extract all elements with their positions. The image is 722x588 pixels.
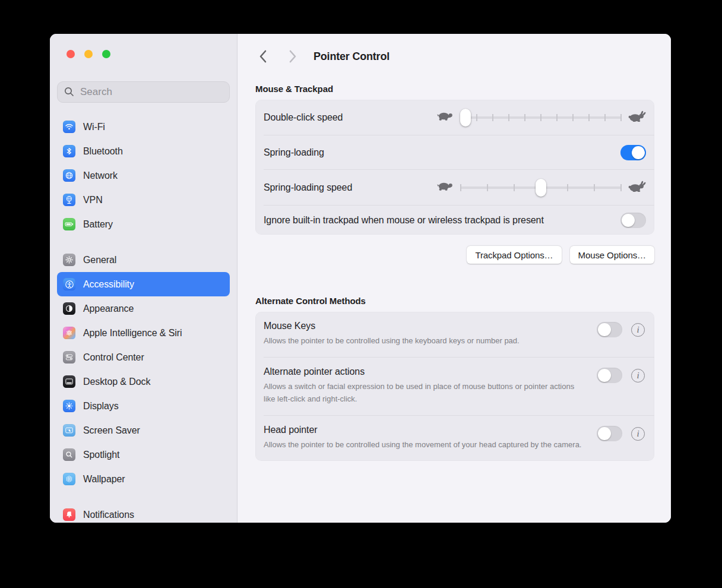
trackpad-options-button[interactable]: Trackpad Options… [467,246,561,264]
sidebar: Wi-Fi Bluetooth Network [50,34,238,523]
page-title: Pointer Control [314,50,390,63]
sidebar-item-spotlight[interactable]: Spotlight [57,442,230,467]
sidebar-item-wifi[interactable]: Wi-Fi [57,115,230,139]
section-title-alternate-control: Alternate Control Methods [255,296,654,306]
main-pane: Pointer Control Mouse & Trackpad Double-… [238,34,671,523]
head-pointer-toggle[interactable] [597,426,622,441]
sidebar-group-gap [57,236,230,248]
sidebar-item-apple-intelligence-siri[interactable]: Apple Intelligence & Siri [57,321,230,345]
sidebar-item-label: Apple Intelligence & Siri [83,328,182,339]
minimize-button[interactable] [84,50,93,58]
window-controls [50,34,237,58]
alternate-pointer-actions-row: Alternate pointer actions Allows a switc… [255,358,654,415]
sidebar-item-label: Spotlight [83,450,119,460]
sidebar-item-displays[interactable]: Displays [57,394,230,418]
ignore-builtin-trackpad-label: Ignore built-in trackpad when mouse or w… [264,206,544,235]
toggle-knob [632,146,645,159]
search-input[interactable] [57,81,230,103]
search-icon [64,86,75,100]
sidebar-item-label: Wallpaper [83,474,125,485]
slider-thumb[interactable] [536,179,546,197]
sidebar-item-label: Appearance [83,304,134,314]
sidebar-item-label: VPN [83,195,103,206]
mouse-options-button[interactable]: Mouse Options… [570,246,654,264]
globe-icon [63,169,75,182]
double-click-speed-controls [436,109,646,127]
mouse-keys-controls: i [597,322,645,337]
sidebar-item-battery[interactable]: Battery [57,212,230,236]
head-pointer-row: Head pointer Allows the pointer to be co… [255,416,654,461]
sidebar-item-label: Notifications [83,510,134,520]
spring-loading-speed-controls [436,179,646,197]
mouse-keys-description: Allows the pointer to be controlled usin… [264,334,520,347]
sidebar-item-accessibility[interactable]: Accessibility [57,272,230,296]
sidebar-item-general[interactable]: General [57,248,230,272]
system-settings-window: Wi-Fi Bluetooth Network [50,34,671,523]
sidebar-group-gap [57,491,230,502]
desktop-dock-icon [63,375,75,388]
zoom-button[interactable] [102,50,110,58]
search-field-wrap [57,81,230,103]
head-pointer-label: Head pointer [264,425,581,435]
turtle-slow-icon [436,110,455,125]
mouse-keys-label: Mouse Keys [264,321,520,331]
sidebar-item-notifications[interactable]: Notifications [57,502,230,523]
slider-thumb[interactable] [460,109,471,127]
sidebar-item-label: Screen Saver [83,425,140,436]
alternate-pointer-actions-texts: Alternate pointer actions Allows a switc… [264,366,584,405]
info-icon[interactable]: i [631,427,645,441]
wifi-icon [63,121,75,133]
forward-button[interactable] [286,49,300,64]
sidebar-item-vpn[interactable]: VPN [57,188,230,212]
alternate-pointer-actions-toggle[interactable] [597,368,622,383]
close-button[interactable] [66,50,75,58]
sidebar-item-label: Control Center [83,352,144,363]
head-pointer-description: Allows the pointer to be controlled usin… [264,438,581,451]
sidebar-item-bluetooth[interactable]: Bluetooth [57,139,230,163]
spring-loading-label: Spring-loading [264,147,324,158]
sidebar-item-label: General [83,255,116,265]
section-title-mouse-trackpad: Mouse & Trackpad [255,84,654,94]
desktop-background: Wi-Fi Bluetooth Network [0,0,722,588]
alternate-pointer-actions-controls: i [597,368,645,383]
alternate-pointer-actions-label: Alternate pointer actions [264,366,584,377]
toggle-knob [598,427,611,440]
sidebar-item-label: Battery [83,219,113,230]
spring-loading-row: Spring-loading [255,135,654,169]
sidebar-nav: Wi-Fi Bluetooth Network [50,111,237,523]
info-icon[interactable]: i [631,369,645,382]
control-center-icon [63,351,75,363]
accessibility-icon [63,278,75,290]
sidebar-item-network[interactable]: Network [57,163,230,188]
alternate-control-card: Mouse Keys Allows the pointer to be cont… [255,312,654,461]
sidebar-item-screen-saver[interactable]: Screen Saver [57,418,230,442]
rabbit-fast-icon [628,180,646,195]
vpn-globe-icon [63,194,75,206]
ignore-builtin-trackpad-toggle[interactable] [620,213,646,228]
magnifier-icon [63,448,75,461]
sidebar-item-control-center[interactable]: Control Center [57,345,230,369]
sidebar-item-wallpaper[interactable]: Wallpaper [57,467,230,491]
rabbit-fast-icon [628,110,646,125]
alternate-pointer-actions-description: Allows a switch or facial expression to … [264,380,584,405]
toggle-knob [598,369,611,382]
back-button[interactable] [255,49,270,64]
mouse-keys-toggle[interactable] [597,322,622,337]
bluetooth-icon [63,145,75,157]
spring-loading-speed-slider[interactable] [460,179,622,197]
navigation-header: Pointer Control [255,49,654,64]
sidebar-item-label: Wi-Fi [83,122,105,132]
sidebar-item-label: Accessibility [83,279,134,290]
toggle-knob [598,323,611,336]
info-icon[interactable]: i [631,323,645,337]
spring-loading-speed-label: Spring-loading speed [264,182,352,193]
sidebar-item-appearance[interactable]: Appearance [57,296,230,321]
spring-loading-toggle[interactable] [620,145,646,160]
double-click-speed-slider[interactable] [460,109,622,127]
sidebar-item-desktop-dock[interactable]: Desktop & Dock [57,369,230,394]
bell-icon [63,508,75,521]
spring-loading-speed-row: Spring-loading speed [255,170,654,205]
head-pointer-controls: i [597,426,645,441]
appearance-icon [63,302,75,315]
options-buttons-row: Trackpad Options… Mouse Options… [255,246,654,264]
